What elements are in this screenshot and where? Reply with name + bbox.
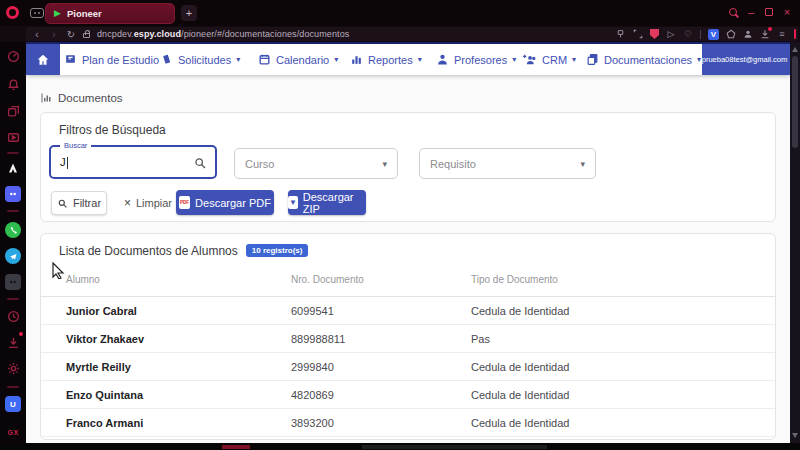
chevron-down-icon: ▾ — [382, 159, 387, 169]
curso-select[interactable]: Curso ▾ — [234, 148, 398, 179]
filtrar-button[interactable]: Filtrar — [51, 191, 107, 215]
requisito-placeholder: Requisito — [430, 158, 476, 170]
new-tab-button[interactable]: + — [181, 5, 197, 21]
chevron-down-icon: ▾ — [697, 55, 701, 64]
limpiar-button[interactable]: × Limpiar — [119, 191, 177, 215]
table-row[interactable]: Junior Cabral 6099541 Cedula de Identida… — [41, 297, 775, 325]
settings-gear-icon[interactable] — [5, 360, 21, 376]
table-row[interactable]: Viktor Zhakaev 889988811 Pas — [41, 325, 775, 353]
minimize-button[interactable]: – — [742, 3, 760, 21]
pin-icon[interactable] — [616, 29, 626, 39]
nav-item-plan-de-estudio[interactable]: Plan de Estudio ▾ — [64, 44, 168, 75]
nav-label: Reportes — [368, 54, 413, 66]
speed-dial-icon[interactable] — [5, 48, 21, 64]
nav-item-crm[interactable]: CRM ▾ — [522, 44, 576, 75]
nav-label: Calendario — [276, 54, 329, 66]
chevron-down-icon: ▾ — [512, 55, 516, 64]
home-button[interactable] — [26, 44, 60, 75]
extension-v-icon[interactable]: V — [708, 29, 719, 40]
pinned-site-icon[interactable] — [5, 160, 21, 176]
page-title: Documentos — [40, 92, 123, 104]
favicon-play-icon: ▶ — [54, 9, 61, 18]
downloads-icon[interactable] — [760, 29, 770, 39]
nav-label: Documentaciones — [604, 54, 692, 66]
lock-icon[interactable] — [83, 33, 90, 38]
sidebar-downloads-icon[interactable] — [5, 334, 21, 350]
nav-item-calendario[interactable]: Calendario ▾ — [258, 44, 338, 75]
chevron-down-icon: ▾ — [572, 55, 576, 64]
browser-tab-bar: ▶ Pioneer + – × — [0, 0, 800, 26]
documents-list-card: Lista de Documentos de Alumnos10 registr… — [40, 233, 776, 440]
profile-icon[interactable] — [743, 29, 753, 39]
filters-card: Filtros de Búsqueda Buscar J Curso ▾ Req… — [40, 112, 776, 222]
history-clock-icon[interactable] — [5, 308, 21, 324]
nav-label: Solicitudes — [178, 54, 231, 66]
nav-label: CRM — [542, 54, 567, 66]
chevron-down-icon: ▾ — [418, 55, 422, 64]
chevron-down-icon: ▾ — [334, 55, 338, 64]
bookmark-heart-icon[interactable]: ♡ — [683, 29, 693, 39]
list-title: Lista de Documentos de Alumnos10 registr… — [59, 244, 308, 258]
requisito-select[interactable]: Requisito ▾ — [419, 148, 596, 179]
forward-icon[interactable]: › — [49, 29, 59, 40]
col-alumno[interactable]: Alumno — [66, 274, 291, 285]
browser-toolbar: ‹ › ↻ dncpdev.espy.cloud/pioneer/#/docum… — [0, 26, 800, 42]
table-row[interactable]: Enzo Quintana 4820869 Cedula de Identida… — [41, 381, 775, 409]
search-input-label: Buscar — [60, 141, 91, 150]
back-icon[interactable]: ‹ — [32, 29, 42, 40]
workspaces-icon[interactable] — [30, 8, 44, 18]
search-tabs-icon[interactable] — [724, 3, 742, 21]
whatsapp-icon[interactable] — [5, 222, 21, 238]
maximize-button[interactable] — [760, 3, 778, 21]
reload-icon[interactable]: ↻ — [66, 29, 76, 40]
browser-tab-pioneer[interactable]: ▶ Pioneer — [45, 3, 175, 24]
nav-item-solicitudes[interactable]: Solicitudes ▾ — [160, 44, 240, 75]
player-tv-icon[interactable] — [5, 129, 21, 145]
taskbar-sliver — [0, 443, 800, 450]
user-account-button[interactable]: prueba08test@gmail.com — [702, 44, 790, 75]
scroll-up-icon[interactable] — [792, 47, 798, 52]
flow-send-icon[interactable]: ▷ — [666, 29, 676, 39]
web-page: Plan de Estudio ▾ Solicitudes ▾ Calendar… — [26, 42, 790, 443]
page-scrollbar[interactable] — [790, 42, 800, 443]
scrollbar-thumb[interactable] — [792, 56, 798, 148]
nav-item-profesores[interactable]: Profesores ▾ — [436, 44, 516, 75]
opera-logo-icon[interactable] — [6, 6, 19, 19]
mouse-cursor — [52, 262, 65, 279]
sidebar-panel-icon[interactable] — [726, 29, 736, 39]
nav-item-reportes[interactable]: Reportes ▾ — [350, 44, 422, 75]
messenger-icon[interactable] — [5, 274, 21, 290]
table-row[interactable]: Franco Armani 3893200 Cedula de Identida… — [41, 409, 775, 437]
descargar-pdf-button[interactable]: PDF Descargar PDF — [176, 190, 274, 215]
chart-icon — [40, 92, 52, 104]
descargar-zip-button[interactable]: ▼ Descargar ZIP — [288, 190, 366, 215]
shield-badge-icon[interactable] — [650, 29, 659, 39]
discord-icon[interactable] — [5, 186, 21, 202]
url-text[interactable]: dncpdev.espy.cloud/pioneer/#/documentaci… — [97, 29, 349, 39]
search-input-value: J — [60, 156, 68, 169]
menu-icon[interactable]: ≡ — [777, 29, 787, 39]
chevron-down-icon: ▾ — [236, 55, 240, 64]
table-row[interactable]: Myrtle Reilly 2999840 Cedula de Identida… — [41, 353, 775, 381]
scroll-down-icon[interactable] — [792, 433, 798, 438]
close-button[interactable]: × — [778, 3, 796, 21]
col-nro-documento[interactable]: Nro. Documento — [291, 274, 471, 285]
app-navbar: Plan de Estudio ▾ Solicitudes ▾ Calendar… — [26, 44, 790, 75]
opera-sidebar: U GX ••• — [0, 42, 26, 443]
table-header: Alumno Nro. Documento Tipo de Documento — [41, 274, 775, 285]
nav-item-documentaciones[interactable]: Documentaciones ▾ — [586, 44, 701, 75]
telegram-icon[interactable] — [5, 248, 21, 264]
col-tipo-documento[interactable]: Tipo de Documento — [471, 274, 750, 285]
nav-label: Plan de Estudio — [82, 54, 159, 66]
search-icon — [57, 198, 68, 209]
clear-icon: × — [124, 196, 131, 210]
zip-file-icon: ▼ — [288, 196, 298, 209]
chevron-down-icon: ▾ — [580, 159, 585, 169]
cards-icon[interactable] — [5, 103, 21, 119]
nav-label: Profesores — [454, 54, 507, 66]
snapshot-icon[interactable] — [633, 29, 643, 39]
extension-shield-icon[interactable]: U — [5, 396, 21, 412]
search-icon[interactable] — [193, 156, 207, 170]
search-input[interactable]: Buscar J — [49, 145, 217, 179]
gx-corner-bell-icon[interactable] — [5, 76, 21, 92]
